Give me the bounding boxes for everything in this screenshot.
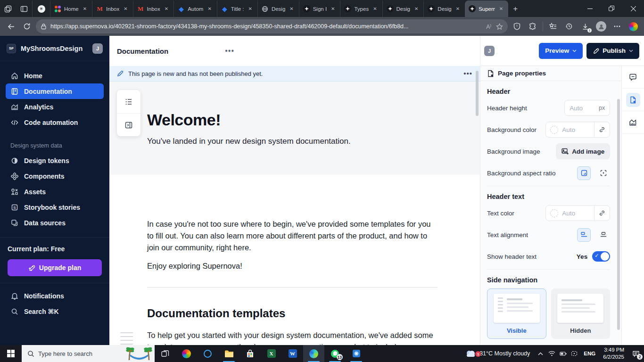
tab-close-icon[interactable]: ✕ bbox=[372, 6, 378, 12]
page-properties-tab[interactable] bbox=[622, 89, 644, 111]
tab-types[interactable]: Types ✕ bbox=[340, 0, 382, 17]
tab-sign-in[interactable]: Sign I ✕ bbox=[299, 0, 340, 17]
workspace-logo[interactable]: SF bbox=[7, 44, 16, 53]
user-avatar[interactable]: J bbox=[92, 43, 103, 54]
window-close-button[interactable] bbox=[622, 0, 644, 17]
aspect-fill-button[interactable] bbox=[596, 166, 610, 180]
block-drag-handle[interactable] bbox=[120, 332, 133, 345]
word-icon[interactable]: W bbox=[282, 345, 303, 362]
wifi-icon[interactable] bbox=[546, 345, 557, 362]
sidebar-item-search[interactable]: Search ⌘K bbox=[6, 304, 104, 319]
microsoft-store-icon[interactable] bbox=[239, 345, 261, 362]
document-canvas[interactable]: Welcome! You've landed in your new desig… bbox=[109, 82, 480, 345]
align-left-button[interactable] bbox=[577, 228, 591, 242]
toggle-panel-icon[interactable] bbox=[117, 113, 140, 136]
vertical-tabs-icon[interactable] bbox=[16, 1, 32, 17]
extensions-icon[interactable] bbox=[526, 19, 540, 33]
notification-center-icon[interactable]: 2 bbox=[628, 345, 644, 362]
collaborator-avatar[interactable]: J bbox=[484, 46, 495, 56]
tab-pinned-chatgpt[interactable]: ✳ bbox=[32, 0, 50, 17]
link-token-icon[interactable] bbox=[594, 206, 610, 221]
sidebar-item-storybook[interactable]: S Storybook stories bbox=[6, 199, 104, 215]
snip-tool-icon[interactable] bbox=[569, 345, 580, 362]
clock[interactable]: 3:49 PM 6/2/2025 bbox=[599, 346, 628, 361]
paragraph[interactable]: Enjoy exploring Supernova! bbox=[147, 260, 438, 272]
panel-scrollbar[interactable] bbox=[617, 99, 620, 330]
paragraph[interactable]: In case you're not too sure where to beg… bbox=[147, 218, 438, 254]
excel-icon[interactable]: X bbox=[261, 345, 282, 362]
whatsapp-icon[interactable]: 13 bbox=[324, 345, 346, 362]
side-nav-visible-card[interactable]: Visible bbox=[487, 288, 546, 339]
tab-close-icon[interactable]: ✕ bbox=[163, 6, 170, 12]
main-scrollbar[interactable] bbox=[476, 71, 479, 116]
align-center-button[interactable] bbox=[596, 228, 610, 242]
window-minimize-button[interactable] bbox=[579, 0, 601, 17]
taskbar-search-box[interactable]: Type here to search bbox=[22, 345, 155, 362]
task-view-icon[interactable] bbox=[155, 345, 176, 362]
tab-design-2[interactable]: Desig ✕ bbox=[423, 0, 465, 17]
read-aloud-icon[interactable]: A) bbox=[486, 23, 491, 30]
paragraph[interactable]: To help get you started with your design… bbox=[147, 329, 438, 345]
tab-title[interactable]: ◆ Title : ✕ bbox=[217, 0, 257, 17]
address-bar[interactable]: https://app.supernova.io/402921-shroom-f… bbox=[36, 19, 508, 33]
tab-design-1[interactable]: Desig ✕ bbox=[382, 0, 424, 17]
upgrade-plan-button[interactable]: Upgrade plan bbox=[8, 259, 102, 276]
tab-close-icon[interactable]: ✕ bbox=[330, 6, 336, 12]
comments-icon[interactable] bbox=[622, 66, 644, 89]
sidebar-item-notifications[interactable]: Notifications bbox=[6, 288, 104, 304]
favorites-icon[interactable] bbox=[546, 19, 560, 33]
sidebar-item-components[interactable]: Components bbox=[6, 168, 104, 184]
new-tab-button[interactable]: + bbox=[508, 2, 522, 16]
tab-home[interactable]: Home ✕ bbox=[50, 0, 92, 17]
sidebar-item-home[interactable]: Home bbox=[6, 68, 104, 83]
show-header-toggle[interactable]: ✓ bbox=[592, 251, 610, 262]
page-menu-icon[interactable]: ••• bbox=[225, 49, 234, 53]
aspect-fit-button[interactable] bbox=[577, 166, 591, 180]
search-highlight-image[interactable] bbox=[124, 345, 155, 362]
weather-widget[interactable]: 1 31°C Mostly cloudy bbox=[460, 349, 535, 358]
browser-essentials-icon[interactable] bbox=[510, 19, 524, 33]
text-color-input[interactable]: Auto bbox=[546, 206, 594, 221]
file-explorer-icon[interactable] bbox=[218, 345, 239, 362]
tab-inbox-1[interactable]: M Inbox ✕ bbox=[92, 0, 133, 17]
photos-icon[interactable] bbox=[346, 345, 367, 362]
tab-close-icon[interactable]: ✕ bbox=[82, 6, 88, 12]
tab-close-icon[interactable]: ✕ bbox=[247, 6, 253, 12]
banner-menu-icon[interactable]: ••• bbox=[463, 71, 472, 76]
workspace-name[interactable]: MyShroomsDesign bbox=[21, 45, 88, 52]
section-heading[interactable]: Documentation templates bbox=[147, 307, 439, 320]
copilot-taskbar-icon[interactable] bbox=[176, 345, 197, 362]
start-button[interactable] bbox=[0, 345, 22, 362]
edge-taskbar-icon[interactable] bbox=[303, 345, 324, 362]
tab-design-globe[interactable]: Desig ✕ bbox=[257, 0, 299, 17]
profile-avatar[interactable] bbox=[594, 19, 608, 33]
link-token-icon[interactable] bbox=[594, 122, 610, 137]
tab-close-icon[interactable]: ✕ bbox=[454, 6, 461, 12]
copilot-icon[interactable] bbox=[626, 19, 640, 33]
page-analytics-icon[interactable] bbox=[622, 111, 644, 134]
tab-close-icon[interactable]: ✕ bbox=[413, 6, 420, 12]
header-height-input[interactable]: Auto px bbox=[564, 100, 610, 116]
settings-more-icon[interactable] bbox=[610, 19, 624, 33]
battery-icon[interactable] bbox=[557, 345, 569, 362]
welcome-subtitle[interactable]: You've landed in your new design system … bbox=[147, 137, 480, 146]
cortana-icon[interactable] bbox=[197, 345, 218, 362]
downloads-icon[interactable]: i bbox=[578, 19, 592, 33]
tab-actions-menu-icon[interactable] bbox=[0, 1, 16, 17]
sidebar-item-design-tokens[interactable]: Design tokens bbox=[6, 153, 104, 168]
outline-icon[interactable] bbox=[117, 90, 140, 113]
refresh-icon[interactable] bbox=[20, 19, 34, 33]
favorite-star-icon[interactable] bbox=[496, 23, 503, 30]
sidebar-item-code-automation[interactable]: Code automation bbox=[6, 115, 104, 130]
add-image-button[interactable]: Add image bbox=[556, 143, 610, 159]
tab-close-icon[interactable]: ✕ bbox=[498, 6, 504, 12]
welcome-heading[interactable]: Welcome! bbox=[147, 111, 480, 129]
tab-close-icon[interactable]: ✕ bbox=[122, 6, 129, 12]
back-icon[interactable] bbox=[4, 19, 18, 33]
tab-autom[interactable]: ◆ Autom ✕ bbox=[173, 0, 217, 17]
tab-close-icon[interactable]: ✕ bbox=[288, 6, 295, 12]
publish-button[interactable]: Publish bbox=[586, 43, 639, 59]
sidebar-item-documentation[interactable]: Documentation bbox=[6, 83, 104, 99]
tab-inbox-2[interactable]: M Inbox ✕ bbox=[133, 0, 174, 17]
tab-supernova-active[interactable]: Supern ✕ bbox=[465, 0, 508, 17]
